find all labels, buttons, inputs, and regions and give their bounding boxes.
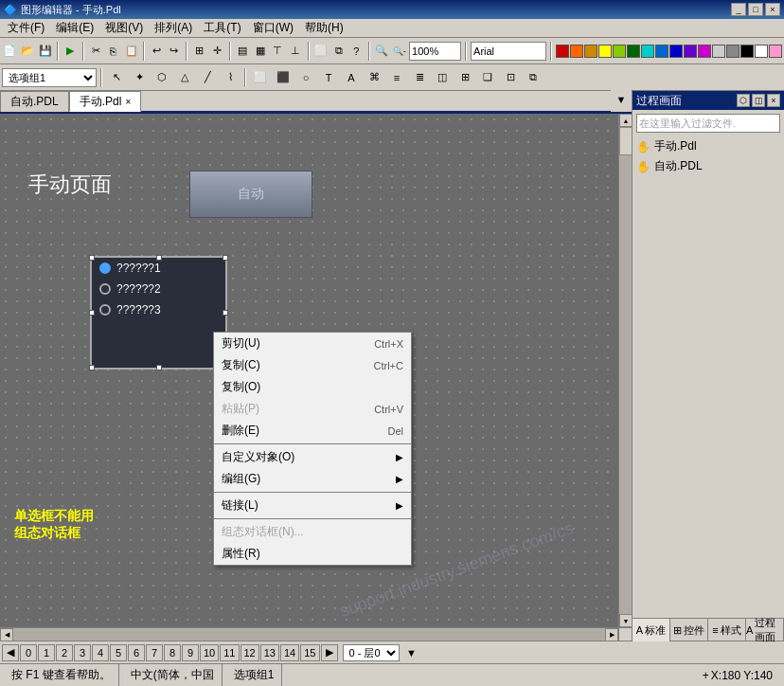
selector-combo[interactable]: 选项组1	[2, 68, 97, 87]
handle-tr[interactable]	[223, 255, 228, 261]
color-white[interactable]	[755, 45, 768, 58]
vscroll-thumb[interactable]	[619, 127, 632, 155]
auto-button[interactable]: 自动	[189, 171, 312, 218]
redo-button[interactable]: ↪	[167, 41, 183, 62]
page-tab-10[interactable]: 10	[200, 644, 219, 661]
maximize-button[interactable]: □	[748, 3, 763, 16]
radio-circle-3[interactable]	[99, 304, 111, 316]
radio-widget[interactable]: ??????1 ??????2 ??????3	[90, 256, 227, 370]
align-right-button[interactable]: ▦	[252, 41, 268, 62]
tab-manual[interactable]: 手动.Pdl ×	[69, 91, 142, 112]
color-gold[interactable]	[584, 45, 597, 58]
font-input[interactable]: Arial	[471, 42, 546, 61]
page-tab-5[interactable]: 5	[110, 644, 127, 661]
pointer-tool[interactable]: ✦	[129, 67, 150, 88]
handle-bm[interactable]	[156, 365, 162, 370]
panel-float-button[interactable]: ⬡	[737, 94, 750, 107]
object-button[interactable]: ⬜	[313, 41, 330, 62]
page-tab-8[interactable]: 8	[164, 644, 181, 661]
ctx-duplicate[interactable]: 复制(O)	[214, 376, 411, 398]
radio-item-1[interactable]: ??????1	[92, 258, 225, 279]
tab-expand-button[interactable]: ▼	[611, 89, 632, 110]
vscrollbar[interactable]: ▲ ▼	[618, 114, 632, 627]
hscrollbar[interactable]: ◀ ▶	[0, 627, 618, 641]
color-teal[interactable]	[641, 45, 654, 58]
color-red[interactable]	[556, 45, 569, 58]
page-tab-13[interactable]: 13	[260, 644, 279, 661]
align-top-button[interactable]: ⊤	[270, 41, 286, 62]
radio-item-2[interactable]: ??????2	[92, 279, 225, 299]
run-button[interactable]: ▶	[62, 41, 79, 62]
shape-tool6[interactable]: ⌘	[364, 67, 384, 88]
page-tab-7[interactable]: 7	[146, 644, 163, 661]
page-tab-4[interactable]: 4	[92, 644, 109, 661]
layer-down-button[interactable]: ▼	[401, 644, 422, 661]
page-tab-2[interactable]: 2	[56, 644, 73, 661]
ctx-delete[interactable]: 删除(E) Del	[214, 420, 411, 442]
undo-button[interactable]: ↩	[149, 41, 165, 62]
handle-bl[interactable]	[89, 365, 95, 370]
open-button[interactable]: 📂	[20, 41, 36, 62]
shape-tool3[interactable]: ○	[295, 67, 316, 88]
color-green[interactable]	[627, 45, 640, 58]
shape-tool1[interactable]: ⬜	[250, 67, 271, 88]
hscroll-right[interactable]: ▶	[605, 628, 618, 641]
help-button[interactable]: ?	[348, 41, 365, 62]
handle-tm[interactable]	[156, 255, 162, 261]
tab-scroll-left[interactable]: ◀	[2, 644, 19, 661]
minimize-button[interactable]: _	[731, 3, 746, 16]
panel-tab-style[interactable]: ≡ 样式	[708, 619, 746, 641]
page-tab-15[interactable]: 15	[300, 644, 319, 661]
panel-tab-standard[interactable]: A 标准	[633, 619, 670, 641]
radio-circle-1[interactable]	[99, 262, 111, 274]
radio-circle-2[interactable]	[99, 283, 111, 295]
draw-tool2[interactable]: △	[174, 67, 195, 88]
handle-tl[interactable]	[89, 255, 95, 261]
tab-manual-close[interactable]: ×	[125, 97, 131, 107]
menu-edit[interactable]: 编辑(E)	[50, 18, 99, 38]
color-lightgray[interactable]	[712, 45, 725, 58]
align-bottom-button[interactable]: ⊥	[288, 41, 304, 62]
handle-ml[interactable]	[89, 310, 95, 316]
shape-tool2[interactable]: ⬛	[273, 67, 294, 88]
panel-tab-process[interactable]: A 过程画面	[746, 619, 784, 641]
new-button[interactable]: 📄	[2, 41, 18, 62]
page-tab-6[interactable]: 6	[128, 644, 145, 661]
page-tab-14[interactable]: 14	[280, 644, 299, 661]
color-lime[interactable]	[613, 45, 626, 58]
page-tab-3[interactable]: 3	[74, 644, 91, 661]
align-left-button[interactable]: ▤	[235, 41, 251, 62]
menu-tools[interactable]: 工具(T)	[198, 18, 246, 38]
color-pink[interactable]	[769, 45, 782, 58]
color-orange[interactable]	[570, 45, 583, 58]
color-magenta[interactable]	[698, 45, 711, 58]
ctx-custom-obj[interactable]: 自定义对象(O) ▶	[214, 446, 411, 468]
color-yellow[interactable]	[598, 45, 612, 58]
page-tab-9[interactable]: 9	[182, 644, 199, 661]
paste-button[interactable]: 📋	[123, 41, 139, 62]
hscroll-left[interactable]: ◀	[0, 628, 13, 641]
radio-item-3[interactable]: ??????3	[92, 299, 225, 320]
page-tab-1[interactable]: 1	[38, 644, 55, 661]
shape-tool13[interactable]: ⧉	[523, 67, 543, 88]
zoom-input[interactable]: 100%	[409, 42, 461, 61]
ctx-link[interactable]: 链接(L) ▶	[214, 495, 411, 516]
vscroll-up[interactable]: ▲	[619, 114, 632, 127]
page-tab-11[interactable]: 11	[220, 644, 239, 661]
panel-close-button[interactable]: ×	[767, 94, 780, 107]
canvas-scroll[interactable]: 手动页面 自动	[0, 114, 632, 641]
handle-mr[interactable]	[223, 310, 228, 316]
tab-auto[interactable]: 自动.PDL	[0, 91, 69, 112]
shape-tool5[interactable]: A	[341, 67, 362, 88]
panel-item-manual[interactable]: ✋ 手动.Pdl	[633, 136, 784, 156]
ctx-properties[interactable]: 属性(R)	[214, 543, 411, 565]
cursor-button[interactable]: ✛	[209, 41, 225, 62]
vscroll-down[interactable]: ▼	[619, 614, 632, 627]
page-tab-0[interactable]: 0	[20, 644, 37, 661]
shape-tool7[interactable]: ≡	[386, 67, 407, 88]
shape-tool12[interactable]: ⊡	[500, 67, 521, 88]
menu-window[interactable]: 窗口(W)	[247, 18, 299, 38]
layer-button[interactable]: ⧉	[330, 41, 347, 62]
shape-tool8[interactable]: ≣	[409, 67, 430, 88]
shape-tool11[interactable]: ❑	[477, 67, 498, 88]
